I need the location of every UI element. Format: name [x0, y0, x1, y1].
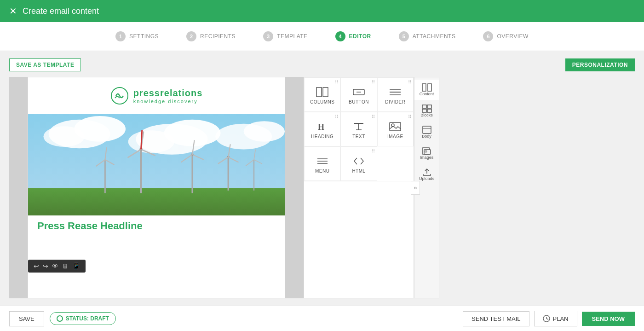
sidebar-item-body[interactable]: Body	[414, 122, 439, 142]
svg-rect-36	[323, 87, 328, 97]
button-icon	[352, 87, 365, 97]
content-row: pressrelations knowledge discovery	[9, 77, 635, 298]
svg-rect-53	[422, 105, 426, 108]
text-icon	[352, 122, 365, 132]
step-number-4: 4	[335, 31, 345, 41]
step-attachments[interactable]: 5 ATTACHMENTS	[399, 31, 456, 41]
sidebar-content-label: Content	[420, 92, 434, 96]
logo-text-container: pressrelations knowledge discovery	[133, 88, 203, 104]
sidebar-item-content[interactable]: Content	[414, 80, 439, 100]
logo-sub-text: knowledge discovery	[133, 99, 198, 104]
columns-icon	[316, 87, 329, 97]
undo-button[interactable]: ↩	[34, 262, 39, 270]
header: ✕ Create email content	[0, 0, 644, 22]
svg-rect-10	[28, 188, 285, 215]
step-label-template: TEMPLATE	[277, 33, 307, 40]
block-heading[interactable]: ⠿ H HEADING	[304, 112, 340, 146]
step-number-6: 6	[483, 31, 493, 41]
preview-button[interactable]: 👁	[52, 262, 58, 270]
block-image[interactable]: ⠿ IMAGE	[377, 112, 414, 146]
header-title: Create email content	[23, 6, 99, 16]
left-panel	[9, 77, 28, 298]
move-icon: ⠿	[372, 80, 375, 85]
mobile-view-button[interactable]: 📱	[72, 262, 80, 270]
block-heading-label: HEADING	[311, 134, 334, 139]
svg-rect-46	[390, 122, 401, 131]
step-number-5: 5	[399, 31, 409, 41]
block-text-label: TEXT	[352, 134, 365, 139]
block-text[interactable]: ⠿ TEXT	[340, 112, 377, 146]
menu-icon	[316, 156, 329, 166]
step-label-settings: SETTINGS	[129, 33, 159, 40]
send-now-button[interactable]: SEND NOW	[582, 312, 635, 326]
svg-rect-55	[422, 109, 426, 112]
svg-point-9	[244, 121, 285, 142]
svg-point-4	[43, 126, 84, 147]
svg-line-64	[546, 319, 548, 319]
preview-headline: Press Rease Headline	[37, 220, 143, 232]
plan-button[interactable]: PLAN	[534, 311, 577, 326]
close-icon[interactable]: ✕	[9, 6, 17, 17]
edit-toolbar: ↩ ↪ 👁 🖥 📱	[28, 260, 86, 273]
editor-area: SAVE AS TEMPLATE PERSONALIZATION	[0, 51, 644, 306]
redo-button[interactable]: ↪	[43, 262, 48, 270]
logo-container: pressrelations knowledge discovery	[37, 87, 276, 105]
footer-left: SAVE STATUS: DRAFT	[9, 311, 116, 326]
body-icon	[422, 126, 432, 134]
svg-point-7	[128, 130, 174, 153]
step-recipients[interactable]: 2 RECIPIENTS	[186, 31, 236, 41]
status-dot-icon	[57, 315, 63, 322]
step-settings[interactable]: 1 SETTINGS	[115, 31, 159, 41]
move-icon: ⠿	[335, 114, 338, 119]
svg-rect-51	[422, 84, 426, 91]
move-icon: ⠿	[372, 149, 375, 154]
step-number-2: 2	[186, 31, 196, 41]
svg-text:H: H	[318, 122, 324, 132]
content-icon	[422, 83, 432, 92]
main-container: 1 SETTINGS 2 RECIPIENTS 3 TEMPLATE 4 EDI…	[0, 22, 644, 331]
expand-panel-button[interactable]: »	[411, 181, 420, 195]
block-divider[interactable]: ⠿ DIVIDER	[377, 77, 414, 112]
html-icon	[352, 156, 365, 166]
steps-bar: 1 SETTINGS 2 RECIPIENTS 3 TEMPLATE 4 EDI…	[0, 22, 644, 51]
preview-headline-area: Press Rease Headline	[28, 215, 285, 237]
personalization-button[interactable]: PERSONALIZATION	[565, 58, 635, 71]
block-columns[interactable]: ⠿ COLUMNS	[304, 77, 340, 112]
svg-rect-57	[423, 126, 431, 134]
blocks-panel: ⠿ COLUMNS ⠿ BUTTON	[304, 77, 414, 298]
block-button[interactable]: ⠿ BUTTON	[340, 77, 377, 112]
step-template[interactable]: 3 TEMPLATE	[263, 31, 307, 41]
step-number-3: 3	[263, 31, 273, 41]
block-html-label: HTML	[352, 168, 365, 174]
divider-icon	[389, 87, 402, 97]
desktop-view-button[interactable]: 🖥	[62, 262, 69, 270]
sidebar-images-label: Images	[420, 155, 434, 160]
block-menu[interactable]: MENU	[304, 146, 340, 181]
step-label-overview: OVERVIEW	[497, 33, 528, 40]
svg-rect-52	[428, 84, 431, 91]
block-image-label: IMAGE	[387, 134, 403, 139]
preview-image	[28, 114, 285, 215]
block-divider-label: DIVIDER	[385, 99, 405, 105]
status-badge: STATUS: DRAFT	[50, 312, 116, 325]
status-text: STATUS: DRAFT	[66, 315, 109, 322]
sidebar-uploads-label: Uploads	[419, 176, 434, 181]
sidebar-blocks-label: Blocks	[420, 113, 433, 117]
step-number-1: 1	[115, 31, 126, 41]
blocks-icon	[422, 105, 432, 113]
save-button[interactable]: SAVE	[9, 311, 44, 326]
clock-icon	[543, 315, 550, 322]
block-html[interactable]: ⠿ HTML	[340, 146, 377, 181]
sidebar-item-blocks[interactable]: Blocks	[414, 101, 439, 121]
save-template-button[interactable]: SAVE AS TEMPLATE	[9, 58, 81, 71]
step-editor[interactable]: 4 EDITOR	[335, 31, 371, 41]
plan-button-label: PLAN	[553, 315, 569, 322]
move-icon: ⠿	[408, 114, 411, 119]
step-label-attachments: ATTACHMENTS	[413, 33, 456, 40]
sidebar-item-images[interactable]: Images	[414, 143, 439, 163]
image-icon	[389, 122, 402, 132]
send-test-mail-button[interactable]: SEND TEST MAIL	[463, 311, 529, 326]
blocks-grid: ⠿ COLUMNS ⠿ BUTTON	[304, 77, 414, 181]
svg-rect-56	[427, 109, 431, 112]
step-overview[interactable]: 6 OVERVIEW	[483, 31, 528, 41]
